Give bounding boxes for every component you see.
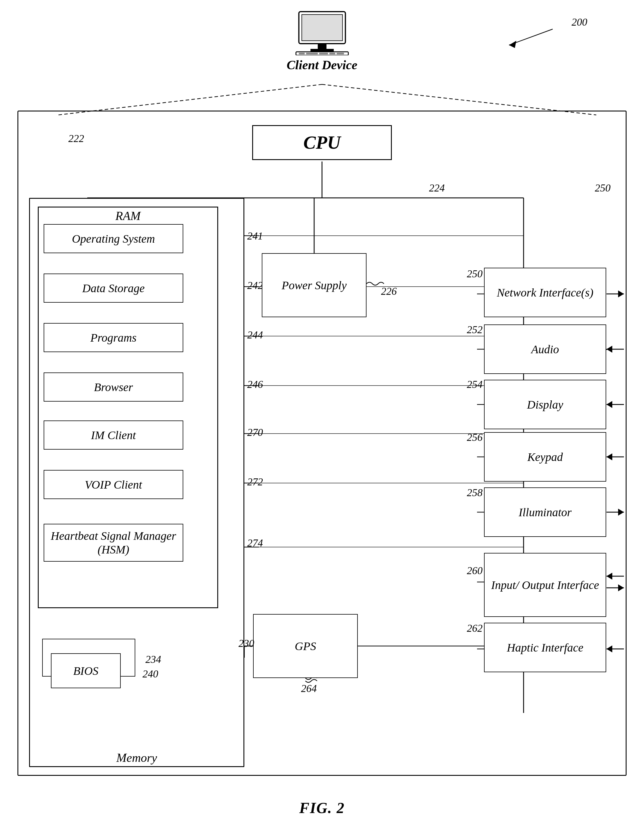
browser-label: Browser	[94, 380, 133, 394]
hsm-label: Heartbeat Signal Manager (HSM)	[44, 529, 183, 556]
programs-box: Programs	[44, 323, 183, 352]
ref-256: 256	[467, 431, 483, 443]
svg-rect-67	[299, 53, 305, 55]
svg-rect-68	[306, 53, 318, 55]
voip-client-box: VOIP Client	[44, 470, 183, 499]
illuminator-box: Illuminator	[484, 487, 606, 537]
bios-label: BIOS	[73, 664, 98, 678]
ref-260: 260	[467, 564, 483, 577]
svg-marker-3	[509, 41, 516, 48]
svg-rect-71	[337, 53, 344, 55]
ref-242: 242	[247, 280, 263, 292]
power-supply-box: Power Supply	[262, 253, 366, 317]
programs-label: Programs	[90, 331, 137, 344]
power-supply-label: Power Supply	[282, 278, 347, 292]
input-output-box: Input/ Output Interface	[484, 553, 606, 617]
cpu-label: CPU	[303, 132, 341, 154]
ref-222: 222	[68, 133, 84, 145]
ref-264: 264	[301, 682, 317, 695]
ref-250-box: 250	[467, 268, 483, 280]
svg-line-2	[509, 29, 553, 45]
ref-274: 274	[247, 537, 263, 549]
keypad-label: Keypad	[527, 450, 563, 464]
input-output-label: Input/ Output Interface	[491, 578, 599, 592]
gps-box: GPS	[253, 614, 358, 678]
ref-224: 224	[429, 182, 445, 194]
gps-label: GPS	[295, 639, 316, 653]
data-storage-box: Data Storage	[44, 273, 183, 303]
ref-252: 252	[467, 323, 483, 336]
ref-246: 246	[247, 378, 263, 391]
bios-box: BIOS	[51, 653, 121, 688]
keypad-box: Keypad	[484, 432, 606, 482]
audio-box: Audio	[484, 325, 606, 374]
operating-system-box: Operating System	[44, 224, 183, 253]
ram-label: RAM	[38, 209, 218, 223]
ref-230: 230	[239, 637, 254, 650]
haptic-interface-box: Haptic Interface	[484, 623, 606, 672]
ref-234: 234	[145, 653, 161, 666]
client-device-label: Client Device	[287, 58, 357, 73]
ref-254: 254	[467, 378, 483, 391]
svg-rect-70	[329, 53, 335, 55]
network-interface-box: Network Interface(s)	[484, 268, 606, 317]
im-client-label: IM Client	[91, 428, 136, 442]
ref-241: 241	[247, 230, 263, 242]
ref-244: 244	[247, 329, 263, 341]
operating-system-label: Operating System	[72, 232, 155, 246]
ref-226: 226	[381, 285, 397, 297]
browser-box: Browser	[44, 372, 183, 402]
network-interface-label: Network Interface(s)	[497, 286, 593, 299]
data-storage-label: Data Storage	[82, 281, 145, 295]
ref-262: 262	[467, 622, 483, 634]
ref-272: 272	[247, 476, 263, 488]
im-client-box: IM Client	[44, 420, 183, 449]
hsm-box: Heartbeat Signal Manager (HSM)	[44, 524, 183, 562]
svg-rect-64	[318, 44, 326, 50]
cpu-box: CPU	[252, 125, 392, 160]
svg-rect-69	[319, 53, 328, 55]
monitor-icon	[293, 9, 351, 55]
display-box: Display	[484, 380, 606, 429]
ref-270: 270	[247, 426, 263, 438]
ref-240: 240	[142, 668, 158, 680]
figure-label: FIG. 2	[299, 799, 345, 816]
page: 200 Client Device CPU 222 224	[0, 0, 644, 834]
ref-200: 200	[571, 16, 587, 28]
client-device-container: Client Device	[287, 9, 357, 73]
ref-258: 258	[467, 486, 483, 499]
illuminator-label: Illuminator	[519, 506, 571, 519]
ref-250: 250	[595, 182, 610, 194]
memory-label: Memory	[29, 751, 244, 765]
audio-label: Audio	[531, 343, 559, 356]
voip-client-label: VOIP Client	[85, 478, 142, 491]
haptic-interface-label: Haptic Interface	[507, 641, 583, 655]
svg-rect-63	[302, 15, 342, 41]
display-label: Display	[527, 398, 563, 412]
